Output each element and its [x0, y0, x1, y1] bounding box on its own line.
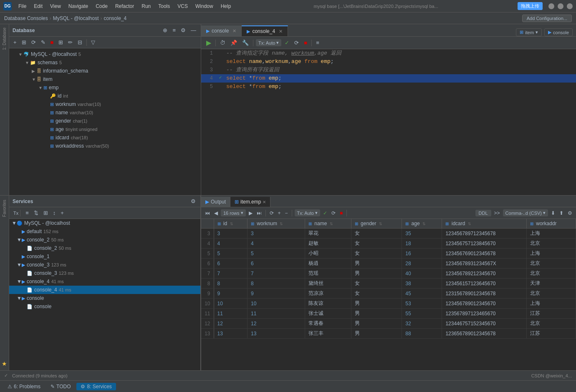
minimize-button[interactable]: [548, 3, 554, 9]
last-page-icon[interactable]: ⏭: [255, 209, 263, 217]
tree-item-mysql[interactable]: ▼ 🐬 MySQL - @localhost 5: [9, 50, 201, 58]
results-commit-icon[interactable]: ✓: [322, 209, 328, 217]
tree-arrow[interactable]: ▼: [32, 77, 37, 82]
more-options-icon[interactable]: >>: [493, 209, 501, 217]
tab-console[interactable]: ▶ console ✕: [201, 25, 242, 36]
upload-button[interactable]: 拖拽上传: [518, 2, 543, 10]
tree-item-idcard[interactable]: ▶ ⊞ idcard char(18): [9, 133, 201, 142]
results-more-icon[interactable]: ⚙: [566, 209, 573, 217]
svc-add-icon[interactable]: +: [59, 209, 66, 217]
tree-item-schemas[interactable]: ▼ 📁 schemas 5: [9, 58, 201, 67]
menu-navigate[interactable]: Navigate: [65, 3, 91, 10]
run-button[interactable]: ▶: [205, 38, 213, 48]
svc-pin-icon[interactable]: ↕: [51, 209, 58, 217]
db-refresh-icon[interactable]: ⟳: [30, 38, 38, 46]
script-icon[interactable]: ≡: [314, 39, 321, 47]
db-pencil-icon[interactable]: ✏: [66, 38, 74, 46]
db-copy-icon[interactable]: ⊞: [20, 38, 28, 46]
menu-tools[interactable]: Tools: [155, 3, 173, 10]
gender-sort-icon[interactable]: ⇅: [379, 222, 382, 226]
data-table-container[interactable]: ⊞ id ⇅ ⊞ worknum ⇅ ⊞ name ⇅: [201, 219, 576, 370]
svc-mysql-root[interactable]: ▼ 🔵 MySQL - @localhost: [9, 219, 200, 227]
db-filter-icon[interactable]: ▽: [89, 38, 97, 46]
export-icon[interactable]: ⬇: [550, 209, 556, 217]
add-row-icon[interactable]: +: [277, 209, 282, 217]
name-sort-icon[interactable]: ⇅: [330, 222, 333, 226]
console4-tab-close[interactable]: ✕: [279, 29, 283, 34]
menu-view[interactable]: View: [47, 3, 64, 10]
menu-vcs[interactable]: VCS: [174, 3, 191, 10]
item-emp-tab[interactable]: ⊞ item.emp ✕: [230, 197, 270, 207]
svc-group-icon[interactable]: ⊞: [42, 209, 50, 217]
menu-run[interactable]: Run: [138, 3, 154, 10]
col-header-gender[interactable]: ⊞ gender ⇅: [351, 219, 402, 229]
db-add-datasource-icon[interactable]: ⊕: [162, 26, 169, 34]
tx-auto-selector[interactable]: Tx: Auto ▾: [256, 39, 281, 46]
star-icon[interactable]: ★: [2, 360, 7, 367]
db-new-icon[interactable]: +: [12, 38, 18, 46]
tree-item-gender[interactable]: ▶ ⊞ gender char(1): [9, 117, 201, 125]
commit-icon[interactable]: ✓: [283, 39, 291, 47]
favorites-label[interactable]: Favorites: [1, 197, 8, 219]
svc-console4-group[interactable]: ▼ ▶ console_4 41 ms: [9, 277, 200, 286]
sidebar-database-label[interactable]: 1: Database: [1, 26, 8, 52]
col-header-age[interactable]: ⊞ age ⇅: [402, 219, 442, 229]
export-csv-button[interactable]: Comma-..d (CSV) ▾: [503, 209, 548, 216]
output-tab[interactable]: ▶ Output: [201, 197, 230, 207]
next-page-icon[interactable]: ▶: [248, 209, 254, 217]
db-settings-icon[interactable]: ⚙: [179, 26, 187, 34]
svc-console2-group[interactable]: ▼ ▶ console_2 50 ms: [9, 236, 200, 244]
console-badge[interactable]: ▶ console: [544, 28, 573, 36]
prev-page-icon[interactable]: ◀: [213, 209, 219, 217]
results-rollback-icon[interactable]: ⟳: [330, 209, 337, 217]
menu-refactor[interactable]: Refactor: [112, 3, 137, 10]
tab-console4[interactable]: ▶ console_4 ✕: [242, 25, 288, 36]
tree-item-workaddress[interactable]: ▶ ⊞ workaddress varchar(50): [9, 142, 201, 150]
db-properties-icon[interactable]: ≡: [171, 26, 177, 34]
col-header-name[interactable]: ⊞ name ⇅: [305, 219, 351, 229]
todo-tab[interactable]: ✎ TODO: [46, 383, 75, 390]
results-stop-icon[interactable]: ■: [339, 209, 344, 217]
svc-console2-child[interactable]: 📄 console_2 50 ms: [9, 244, 200, 252]
col-header-workaddr[interactable]: ⊞ workaddr: [526, 219, 576, 229]
tree-item-item[interactable]: ▼ 🗄 item: [9, 75, 201, 83]
item-emp-tab-close[interactable]: ✕: [263, 200, 266, 204]
ddl-button[interactable]: DDL: [475, 210, 491, 216]
tree-item-worknum[interactable]: ▶ ⊞ worknum varchar(10): [9, 100, 201, 108]
code-editor[interactable]: 1 -- 查询指定字段 name, worknum,age 返回 2 selec…: [201, 49, 576, 195]
db-stop-icon[interactable]: ■: [49, 38, 56, 46]
col-header-id[interactable]: ⊞ id ⇅: [214, 219, 247, 229]
tree-item-age[interactable]: ▶ ⊞ age tinyint unsigned: [9, 125, 201, 133]
services-tab[interactable]: ⚙ 8: Services: [76, 383, 116, 390]
svc-console1[interactable]: ▶ ▶ console_1: [9, 252, 200, 261]
svc-arrange-icon[interactable]: ≡: [24, 209, 30, 217]
results-tx-selector[interactable]: Tx: Auto ▾: [295, 209, 320, 216]
stop-tx-icon[interactable]: ■: [302, 39, 309, 47]
svc-console3-group[interactable]: ▼ ▶ console_3 123 ms: [9, 261, 200, 269]
maximize-button[interactable]: [558, 3, 563, 9]
remove-row-icon[interactable]: −: [284, 209, 289, 217]
first-page-icon[interactable]: ⏮: [204, 209, 211, 217]
db-edit-icon[interactable]: ✎: [39, 38, 47, 46]
db-layout-icon[interactable]: ⊟: [76, 38, 84, 46]
item-schema-badge[interactable]: ⊞ item ▾: [516, 28, 542, 36]
import-icon[interactable]: ⬆: [558, 209, 565, 217]
tree-arrow[interactable]: ▼: [25, 60, 30, 65]
id-sort-icon[interactable]: ⇅: [230, 222, 233, 226]
menu-code[interactable]: Code: [92, 3, 111, 10]
tree-item-id[interactable]: ▶ 🔑 id int: [9, 92, 201, 100]
tree-item-name[interactable]: ▶ ⊞ name varchar(10): [9, 108, 201, 117]
tree-item-info-schema[interactable]: ▶ 🗄 information_schema: [9, 67, 201, 75]
db-grid-icon[interactable]: ⊞: [57, 38, 65, 46]
menu-help[interactable]: Help: [217, 3, 235, 10]
svc-default[interactable]: ▶ default 152 ms: [9, 227, 200, 236]
problems-tab[interactable]: ⚠ 6: Problems: [3, 383, 45, 390]
wrench-icon[interactable]: 🔧: [240, 39, 250, 47]
svc-console-child[interactable]: 📄 console: [9, 302, 200, 311]
svc-console-group[interactable]: ▼ ▶ console: [9, 294, 200, 302]
tree-item-emp[interactable]: ▼ ⊞ emp: [9, 83, 201, 92]
db-minimize-icon[interactable]: —: [189, 26, 197, 34]
pin-icon[interactable]: 📌: [229, 39, 239, 47]
add-configuration-button[interactable]: Add Configuration...: [522, 15, 572, 22]
menu-edit[interactable]: Edit: [30, 3, 46, 10]
